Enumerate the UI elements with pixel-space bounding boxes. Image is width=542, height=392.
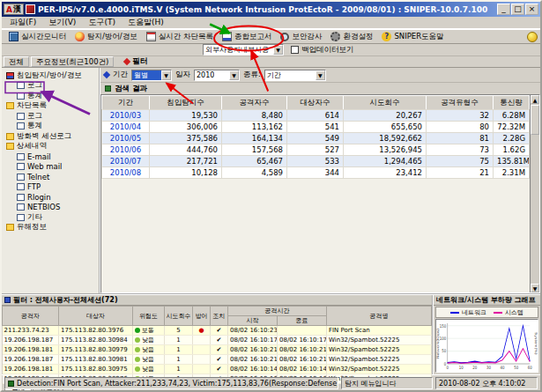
column-header-attacker[interactable]: 공격자: [3, 307, 59, 326]
risk-cell: 낮음: [133, 336, 165, 345]
column-header-attack-name[interactable]: 공격명: [327, 307, 432, 326]
tree-item[interactable]: 침입탐지/방어/경보: [2, 70, 99, 81]
tree-item-label: 상세내역: [17, 142, 47, 152]
title-bar[interactable]: A漢 PER-IPS/v7.0.e.4000.iTMS.V (System Ne…: [2, 2, 540, 17]
value-cell: 10,128: [150, 167, 222, 179]
period-label: 기간: [113, 70, 128, 80]
svg-text:40: 40: [501, 366, 505, 371]
value-cell: 1,294,465: [344, 156, 427, 167]
scroll-thumb[interactable]: [531, 105, 539, 135]
filter-chip: 필터: [124, 56, 147, 67]
toolbar-button-report[interactable]: 종합보고서: [218, 30, 277, 44]
tree-item-label: 차단목록: [17, 101, 47, 112]
type-select[interactable]: 기간▼: [264, 70, 326, 81]
backup-data-checkbox-row[interactable]: 백업데이터보기: [291, 45, 354, 55]
tree-item[interactable]: E-mail: [2, 152, 99, 162]
column-header[interactable]: 대상자수: [287, 96, 344, 110]
backup-data-checkbox[interactable]: [291, 46, 299, 54]
table-row[interactable]: 2010/04306,006113,162541655,6508072.32M: [102, 122, 530, 133]
table-row[interactable]: 2010/07217,72165,4675331,294,46575135.81…: [102, 156, 530, 167]
scroll-down-icon[interactable]: ▼: [531, 284, 539, 292]
minimize-button[interactable]: _: [497, 4, 510, 15]
tree-item[interactable]: NETBIOS: [2, 203, 99, 213]
column-header-end[interactable]: 종료: [278, 316, 327, 326]
risk-cell: 낮음: [133, 365, 165, 374]
toolbar-button-sniper-help[interactable]: ?SNIPER도움말: [377, 30, 448, 44]
menu-file[interactable]: 파일(F): [4, 17, 42, 28]
toolbar-button-security-audit[interactable]: 보안감사: [276, 30, 326, 44]
tab-summary-recent100[interactable]: 주요정보(최근100건): [31, 56, 114, 67]
session-row[interactable]: 19.206.198.181175.113.82.80.30979낮음1✔08/…: [3, 345, 432, 355]
menu-tools[interactable]: 도구(T): [82, 17, 122, 28]
tree-item[interactable]: 상세내역: [2, 142, 99, 152]
maximize-button[interactable]: □: [511, 4, 524, 15]
session-row[interactable]: 19.206.198.187175.113.82.80.30981낮음1✔08/…: [3, 355, 432, 365]
column-header[interactable]: 침입탐지수: [150, 96, 222, 110]
tree-item[interactable]: 기타: [2, 212, 99, 223]
column-header-attack-time[interactable]: 공격시간: [228, 307, 327, 316]
value-cell: 19,530: [150, 110, 222, 122]
victim-cell: 175.113.82.80.30981: [59, 355, 133, 365]
toolbar: 실시간모니터 탐지/방어/경보 실시간 차단목록 종합보고서 보안감사 환경설정…: [2, 29, 540, 44]
value-cell: 306,006: [150, 122, 222, 133]
table-row[interactable]: 2010/05375,586164,13454918,592,662812.28…: [102, 133, 530, 144]
value-cell: 73: [427, 144, 494, 156]
tree-item[interactable]: 차단목록: [2, 101, 99, 112]
column-header[interactable]: 시도회수: [344, 96, 427, 110]
column-header[interactable]: 공격자수: [222, 96, 287, 110]
tree-item[interactable]: 통계: [2, 91, 99, 101]
chevron-down-icon[interactable]: ▼: [273, 45, 283, 55]
tree-item[interactable]: Web mail: [2, 162, 99, 173]
tree-item[interactable]: 유해정보: [2, 223, 99, 233]
doc-icon: [17, 92, 25, 100]
toolbar-button-realtime-monitor[interactable]: 실시간모니터: [4, 30, 71, 44]
search-results-row: 검색 결과: [100, 83, 540, 94]
chevron-down-icon[interactable]: ▼: [229, 70, 239, 80]
chevron-down-icon[interactable]: ▼: [161, 70, 171, 80]
results-bullet-icon: [105, 85, 111, 92]
tree-item[interactable]: Rlogin: [2, 192, 99, 203]
user-scope-select[interactable]: 외부사용자내부사용▼: [203, 44, 284, 55]
session-panel: 필터 : 전체사용자-전체세션(72) 공격자 대상자 위험도 시도회수 방어 …: [2, 295, 434, 374]
folder-icon: [6, 133, 14, 140]
toolbar-button-detect-defense-alert[interactable]: 탐지/방어/경보: [71, 30, 142, 44]
column-header-risk[interactable]: 위험도: [133, 307, 165, 326]
date-select[interactable]: 2010▼: [194, 70, 240, 81]
vertical-scrollbar[interactable]: ▲ ▼: [530, 95, 539, 292]
menu-view[interactable]: 보기(V): [42, 17, 82, 28]
column-header-action[interactable]: 조치: [211, 307, 228, 326]
menu-help[interactable]: 도움말(H): [122, 17, 170, 28]
column-header-start[interactable]: 시작: [228, 316, 278, 326]
tree-item[interactable]: 로그: [2, 111, 99, 122]
column-header-victim[interactable]: 대상자: [59, 307, 133, 326]
value-cell: 75: [427, 156, 494, 167]
session-row[interactable]: 211.233.74.23175.113.82.80.3976보통5●✔08/0…: [3, 326, 432, 336]
column-header-defense[interactable]: 방어: [193, 307, 211, 326]
period-select[interactable]: 월별▼: [131, 70, 172, 81]
column-header-attempts[interactable]: 시도회수: [165, 307, 193, 326]
session-row[interactable]: 19.206.198.187175.113.82.80.30984낮음1✔08/…: [3, 336, 432, 345]
chevron-down-icon[interactable]: ▼: [316, 70, 325, 80]
table-row[interactable]: 2010/0319,5308,48061420,267326.28M: [102, 110, 530, 122]
value-cell: 2.31M: [494, 167, 530, 179]
start-time-cell: 08/02 16:10:23: [228, 326, 278, 336]
column-header[interactable]: 기간: [102, 96, 150, 110]
table-row[interactable]: 2010/0810,1284,58934423,412212.31M: [102, 167, 530, 179]
close-button[interactable]: ×: [525, 4, 538, 15]
session-row[interactable]: 19.206.198.181175.113.82.80.30975낮음1✔08/…: [3, 365, 432, 374]
attempts-cell: 5: [165, 326, 193, 336]
tree-item[interactable]: 통계: [2, 122, 99, 132]
tree-item[interactable]: Telnet: [2, 172, 99, 182]
tree-item[interactable]: FTP: [2, 182, 99, 193]
tree-item[interactable]: 방화벽 세션로그: [2, 131, 99, 142]
tree-item[interactable]: 로그: [2, 81, 99, 92]
audit-icon: [280, 33, 289, 41]
toolbar-button-block-list[interactable]: 실시간 차단목록: [142, 30, 218, 44]
attempts-cell: 1: [165, 365, 193, 374]
tab-all[interactable]: 전체: [4, 56, 29, 67]
toolbar-button-settings[interactable]: 환경설정: [326, 30, 377, 44]
column-header[interactable]: 통신량: [494, 96, 530, 110]
column-header[interactable]: 공격유형수: [427, 96, 494, 110]
scroll-up-icon[interactable]: ▲: [531, 95, 539, 104]
table-row[interactable]: 2010/06444,760157,56852713,526,945731.62…: [102, 144, 530, 156]
